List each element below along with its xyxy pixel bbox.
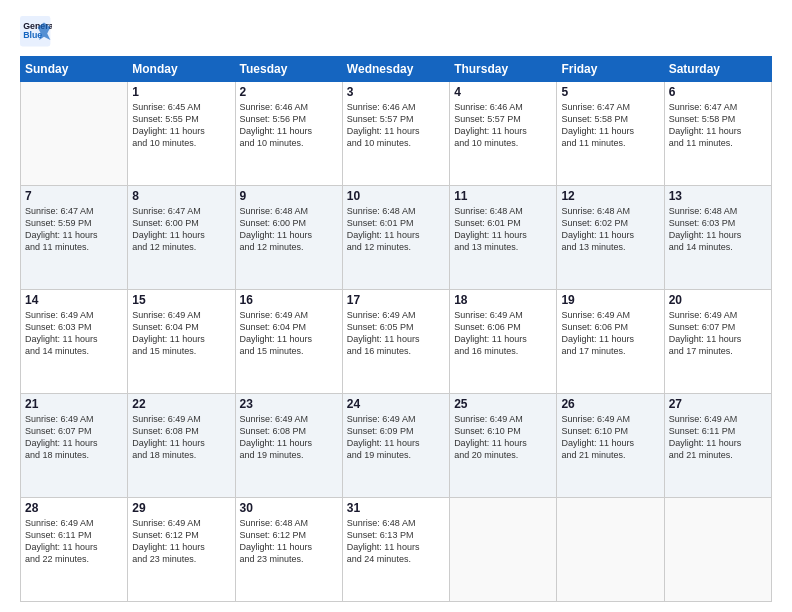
day-number: 12	[561, 189, 659, 203]
day-cell: 8Sunrise: 6:47 AM Sunset: 6:00 PM Daylig…	[128, 186, 235, 290]
col-header-thursday: Thursday	[450, 57, 557, 82]
day-cell: 25Sunrise: 6:49 AM Sunset: 6:10 PM Dayli…	[450, 394, 557, 498]
day-detail: Sunrise: 6:49 AM Sunset: 6:11 PM Dayligh…	[25, 517, 123, 566]
day-number: 14	[25, 293, 123, 307]
day-number: 20	[669, 293, 767, 307]
day-cell: 28Sunrise: 6:49 AM Sunset: 6:11 PM Dayli…	[21, 498, 128, 602]
day-number: 8	[132, 189, 230, 203]
day-cell	[21, 82, 128, 186]
header: General Blue	[20, 16, 772, 48]
day-number: 1	[132, 85, 230, 99]
col-header-monday: Monday	[128, 57, 235, 82]
day-number: 19	[561, 293, 659, 307]
day-detail: Sunrise: 6:47 AM Sunset: 5:58 PM Dayligh…	[669, 101, 767, 150]
day-detail: Sunrise: 6:48 AM Sunset: 6:01 PM Dayligh…	[454, 205, 552, 254]
day-cell: 9Sunrise: 6:48 AM Sunset: 6:00 PM Daylig…	[235, 186, 342, 290]
day-detail: Sunrise: 6:49 AM Sunset: 6:08 PM Dayligh…	[240, 413, 338, 462]
day-cell: 31Sunrise: 6:48 AM Sunset: 6:13 PM Dayli…	[342, 498, 449, 602]
day-detail: Sunrise: 6:48 AM Sunset: 6:02 PM Dayligh…	[561, 205, 659, 254]
day-number: 4	[454, 85, 552, 99]
day-cell: 6Sunrise: 6:47 AM Sunset: 5:58 PM Daylig…	[664, 82, 771, 186]
day-cell: 24Sunrise: 6:49 AM Sunset: 6:09 PM Dayli…	[342, 394, 449, 498]
day-detail: Sunrise: 6:47 AM Sunset: 5:58 PM Dayligh…	[561, 101, 659, 150]
day-number: 21	[25, 397, 123, 411]
day-number: 9	[240, 189, 338, 203]
day-cell: 11Sunrise: 6:48 AM Sunset: 6:01 PM Dayli…	[450, 186, 557, 290]
week-row-1: 1Sunrise: 6:45 AM Sunset: 5:55 PM Daylig…	[21, 82, 772, 186]
day-detail: Sunrise: 6:49 AM Sunset: 6:10 PM Dayligh…	[561, 413, 659, 462]
day-number: 15	[132, 293, 230, 307]
day-detail: Sunrise: 6:46 AM Sunset: 5:57 PM Dayligh…	[454, 101, 552, 150]
day-number: 17	[347, 293, 445, 307]
day-number: 29	[132, 501, 230, 515]
day-cell: 10Sunrise: 6:48 AM Sunset: 6:01 PM Dayli…	[342, 186, 449, 290]
day-cell: 12Sunrise: 6:48 AM Sunset: 6:02 PM Dayli…	[557, 186, 664, 290]
day-number: 16	[240, 293, 338, 307]
day-cell: 19Sunrise: 6:49 AM Sunset: 6:06 PM Dayli…	[557, 290, 664, 394]
day-number: 22	[132, 397, 230, 411]
day-number: 13	[669, 189, 767, 203]
day-detail: Sunrise: 6:49 AM Sunset: 6:12 PM Dayligh…	[132, 517, 230, 566]
day-detail: Sunrise: 6:49 AM Sunset: 6:03 PM Dayligh…	[25, 309, 123, 358]
day-detail: Sunrise: 6:49 AM Sunset: 6:10 PM Dayligh…	[454, 413, 552, 462]
day-cell: 16Sunrise: 6:49 AM Sunset: 6:04 PM Dayli…	[235, 290, 342, 394]
day-detail: Sunrise: 6:48 AM Sunset: 6:00 PM Dayligh…	[240, 205, 338, 254]
day-cell: 18Sunrise: 6:49 AM Sunset: 6:06 PM Dayli…	[450, 290, 557, 394]
day-number: 30	[240, 501, 338, 515]
day-detail: Sunrise: 6:49 AM Sunset: 6:11 PM Dayligh…	[669, 413, 767, 462]
calendar-table: SundayMondayTuesdayWednesdayThursdayFrid…	[20, 56, 772, 602]
day-number: 3	[347, 85, 445, 99]
header-row: SundayMondayTuesdayWednesdayThursdayFrid…	[21, 57, 772, 82]
day-number: 24	[347, 397, 445, 411]
day-cell: 17Sunrise: 6:49 AM Sunset: 6:05 PM Dayli…	[342, 290, 449, 394]
day-number: 11	[454, 189, 552, 203]
day-cell	[450, 498, 557, 602]
day-detail: Sunrise: 6:49 AM Sunset: 6:04 PM Dayligh…	[240, 309, 338, 358]
day-cell	[664, 498, 771, 602]
day-detail: Sunrise: 6:48 AM Sunset: 6:12 PM Dayligh…	[240, 517, 338, 566]
day-number: 5	[561, 85, 659, 99]
day-detail: Sunrise: 6:49 AM Sunset: 6:09 PM Dayligh…	[347, 413, 445, 462]
col-header-saturday: Saturday	[664, 57, 771, 82]
week-row-4: 21Sunrise: 6:49 AM Sunset: 6:07 PM Dayli…	[21, 394, 772, 498]
day-cell: 14Sunrise: 6:49 AM Sunset: 6:03 PM Dayli…	[21, 290, 128, 394]
week-row-5: 28Sunrise: 6:49 AM Sunset: 6:11 PM Dayli…	[21, 498, 772, 602]
week-row-2: 7Sunrise: 6:47 AM Sunset: 5:59 PM Daylig…	[21, 186, 772, 290]
week-row-3: 14Sunrise: 6:49 AM Sunset: 6:03 PM Dayli…	[21, 290, 772, 394]
day-cell: 13Sunrise: 6:48 AM Sunset: 6:03 PM Dayli…	[664, 186, 771, 290]
day-cell: 21Sunrise: 6:49 AM Sunset: 6:07 PM Dayli…	[21, 394, 128, 498]
day-cell: 23Sunrise: 6:49 AM Sunset: 6:08 PM Dayli…	[235, 394, 342, 498]
day-cell: 1Sunrise: 6:45 AM Sunset: 5:55 PM Daylig…	[128, 82, 235, 186]
day-detail: Sunrise: 6:48 AM Sunset: 6:03 PM Dayligh…	[669, 205, 767, 254]
day-cell: 29Sunrise: 6:49 AM Sunset: 6:12 PM Dayli…	[128, 498, 235, 602]
day-cell: 15Sunrise: 6:49 AM Sunset: 6:04 PM Dayli…	[128, 290, 235, 394]
col-header-tuesday: Tuesday	[235, 57, 342, 82]
day-detail: Sunrise: 6:46 AM Sunset: 5:57 PM Dayligh…	[347, 101, 445, 150]
day-number: 25	[454, 397, 552, 411]
col-header-sunday: Sunday	[21, 57, 128, 82]
day-detail: Sunrise: 6:49 AM Sunset: 6:05 PM Dayligh…	[347, 309, 445, 358]
day-number: 28	[25, 501, 123, 515]
day-cell: 30Sunrise: 6:48 AM Sunset: 6:12 PM Dayli…	[235, 498, 342, 602]
day-detail: Sunrise: 6:48 AM Sunset: 6:01 PM Dayligh…	[347, 205, 445, 254]
day-detail: Sunrise: 6:49 AM Sunset: 6:08 PM Dayligh…	[132, 413, 230, 462]
logo-icon: General Blue	[20, 16, 52, 48]
col-header-friday: Friday	[557, 57, 664, 82]
day-cell: 4Sunrise: 6:46 AM Sunset: 5:57 PM Daylig…	[450, 82, 557, 186]
day-cell	[557, 498, 664, 602]
day-number: 6	[669, 85, 767, 99]
day-detail: Sunrise: 6:49 AM Sunset: 6:06 PM Dayligh…	[561, 309, 659, 358]
day-detail: Sunrise: 6:49 AM Sunset: 6:06 PM Dayligh…	[454, 309, 552, 358]
day-detail: Sunrise: 6:49 AM Sunset: 6:04 PM Dayligh…	[132, 309, 230, 358]
day-detail: Sunrise: 6:45 AM Sunset: 5:55 PM Dayligh…	[132, 101, 230, 150]
day-number: 7	[25, 189, 123, 203]
logo: General Blue	[20, 16, 52, 48]
day-detail: Sunrise: 6:48 AM Sunset: 6:13 PM Dayligh…	[347, 517, 445, 566]
day-cell: 5Sunrise: 6:47 AM Sunset: 5:58 PM Daylig…	[557, 82, 664, 186]
day-cell: 22Sunrise: 6:49 AM Sunset: 6:08 PM Dayli…	[128, 394, 235, 498]
day-cell: 3Sunrise: 6:46 AM Sunset: 5:57 PM Daylig…	[342, 82, 449, 186]
day-detail: Sunrise: 6:47 AM Sunset: 5:59 PM Dayligh…	[25, 205, 123, 254]
day-cell: 2Sunrise: 6:46 AM Sunset: 5:56 PM Daylig…	[235, 82, 342, 186]
page: General Blue SundayMondayTuesdayWednesda…	[0, 0, 792, 612]
day-number: 31	[347, 501, 445, 515]
